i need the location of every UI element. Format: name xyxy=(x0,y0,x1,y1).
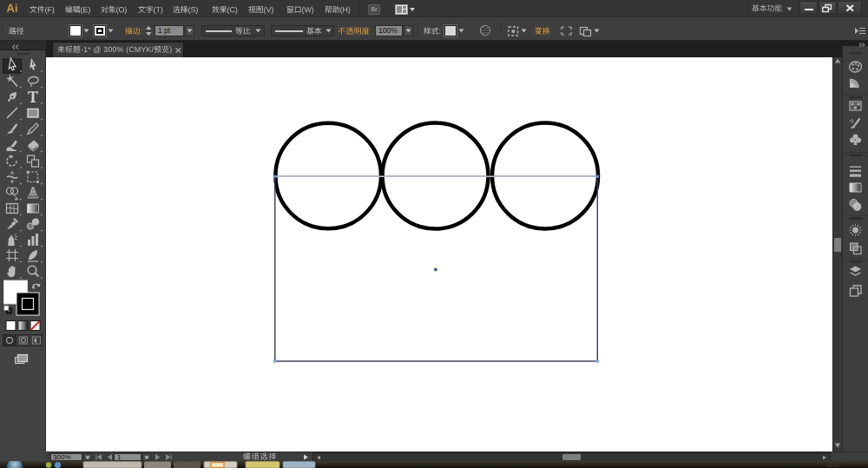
svg-text:10:31: 10:31 xyxy=(826,463,840,468)
